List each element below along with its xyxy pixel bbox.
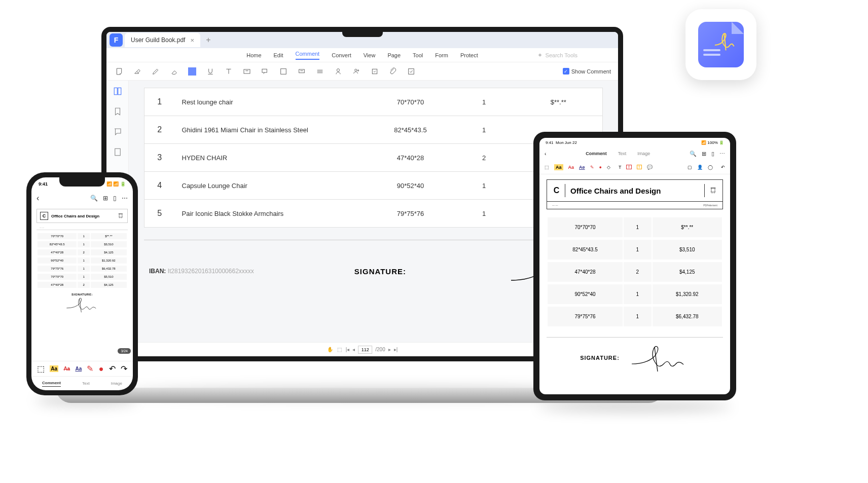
first-page-icon[interactable]: |◂	[346, 347, 350, 352]
thumbnails-panel[interactable]	[112, 86, 123, 97]
phone-document[interactable]: C Office Chairs and Design — — 70*70*701…	[31, 206, 133, 318]
new-tab-button[interactable]: +	[202, 34, 214, 46]
eraser-tool[interactable]: ◇	[607, 165, 610, 170]
next-page-icon[interactable]: ▸	[388, 347, 391, 352]
undo-icon[interactable]: ↶	[721, 165, 725, 170]
hand-tool-icon[interactable]: ✋	[327, 347, 333, 352]
tab-comment[interactable]: Comment	[586, 151, 607, 156]
signature-tool[interactable]	[333, 66, 344, 77]
tab-image[interactable]: Image	[637, 151, 650, 156]
menu-protect[interactable]: Protect	[460, 52, 478, 58]
checkbox-tool[interactable]	[406, 66, 417, 77]
tab-comment[interactable]: Comment	[42, 381, 61, 387]
svg-rect-11	[119, 213, 123, 214]
shape-tool[interactable]: ◯	[708, 165, 713, 170]
menu-home[interactable]: Home	[246, 52, 261, 58]
tablet-indicators: 📶 100% 🔋	[701, 140, 724, 145]
menu-form[interactable]: Form	[435, 52, 448, 58]
pen-tool[interactable]: ✎	[590, 165, 594, 170]
page-icon[interactable]: ▯	[711, 151, 714, 157]
menu-view[interactable]: View	[364, 52, 376, 58]
text-tool[interactable]	[223, 66, 234, 77]
pen-tool[interactable]: ✎	[87, 364, 93, 374]
more-icon[interactable]: ⋯	[719, 151, 725, 157]
phone-table: 70*70*701$**.**82*45*43.51$3,51047*40*28…	[37, 232, 128, 290]
strikeout-tool[interactable]: Aa	[568, 165, 574, 170]
link-tool[interactable]	[369, 66, 380, 77]
highlight-tool[interactable]: Aa	[554, 164, 563, 170]
tab-image[interactable]: Image	[111, 381, 122, 386]
textbox-tool[interactable]	[241, 66, 252, 77]
measure-tool[interactable]	[314, 66, 326, 77]
page-input[interactable]	[358, 346, 372, 354]
highlight-tool[interactable]	[132, 66, 143, 77]
select-tool[interactable]: ⬚	[37, 364, 45, 374]
menu-convert[interactable]: Convert	[332, 52, 351, 58]
signature-tool[interactable]: 👤	[697, 165, 703, 170]
tab-title: User Guild Book.pdf	[131, 36, 185, 44]
eraser-tool[interactable]	[168, 66, 179, 77]
doc-title: Office Chairs and Design	[570, 187, 699, 195]
dot-tool[interactable]: ●	[99, 364, 104, 374]
show-comment-toggle[interactable]: ✓ Show Comment	[563, 68, 611, 75]
text-tool[interactable]: T	[619, 165, 622, 170]
color-picker[interactable]	[187, 66, 198, 77]
svg-rect-12	[711, 188, 715, 188]
bookmarks-panel[interactable]	[112, 106, 123, 117]
comments-panel[interactable]	[112, 126, 123, 137]
back-icon[interactable]: ‹	[37, 194, 39, 203]
tablet-table: 70*70*701$**.**82*45*43.51$3,51047*40*28…	[547, 216, 723, 329]
tab-text[interactable]: Text	[618, 151, 627, 156]
table-row: 70*70*701$**.**	[38, 233, 127, 240]
grid-icon[interactable]: ⊞	[103, 195, 108, 202]
phone-time: 9:41	[39, 181, 48, 187]
close-icon[interactable]: ×	[190, 36, 194, 44]
strikeout-tool[interactable]: Aa	[63, 366, 70, 371]
search-icon[interactable]: 🔍	[690, 151, 697, 157]
shape-tool[interactable]	[278, 66, 289, 77]
menu-tool[interactable]: Tool	[413, 52, 423, 58]
underline-tool[interactable]: Ae	[579, 165, 585, 170]
iban-label: IBAN:	[149, 268, 166, 275]
tablet-document[interactable]: C Office Chairs and Design — —PDFelement…	[539, 174, 730, 378]
stamp-tool[interactable]	[296, 66, 307, 77]
iban-value: It28193262016310000662xxxxx	[168, 268, 254, 275]
menu-edit[interactable]: Edit	[274, 52, 283, 58]
svg-rect-8	[114, 88, 117, 95]
pages-panel[interactable]	[112, 146, 123, 158]
redo-icon[interactable]: ↷	[121, 364, 127, 374]
underline-tool[interactable]: Aa	[75, 366, 82, 371]
tab-text[interactable]: Text	[82, 381, 90, 386]
page-icon[interactable]: ▯	[113, 195, 117, 202]
svg-rect-1	[262, 69, 267, 72]
pencil-tool[interactable]	[150, 66, 161, 77]
textbox-tool[interactable]: T	[626, 165, 631, 169]
note-tool[interactable]: 💬	[647, 165, 653, 170]
underline-tool[interactable]	[205, 66, 216, 77]
stamp-tool[interactable]: ▢	[688, 165, 692, 170]
document-tab[interactable]: User Guild Book.pdf ×	[125, 33, 200, 47]
back-icon[interactable]: ‹	[545, 151, 546, 157]
more-icon[interactable]: ⋯	[122, 195, 128, 202]
prev-page-icon[interactable]: ◂	[352, 347, 355, 352]
signature-icon	[64, 296, 100, 313]
attachment-tool[interactable]	[387, 66, 399, 77]
grid-icon[interactable]: ⊞	[702, 151, 706, 157]
page-indicator: 3/24	[118, 348, 131, 354]
last-page-icon[interactable]: ▸|	[394, 347, 398, 352]
select-tool-icon[interactable]: ⬚	[337, 347, 342, 352]
highlight-tool[interactable]: Aa	[50, 365, 58, 372]
callout-tool[interactable]: T	[637, 165, 642, 169]
table-row: 82*45*43.51$3,510	[38, 241, 127, 248]
note-tool[interactable]	[114, 66, 125, 77]
menu-comment[interactable]: Comment	[296, 51, 320, 60]
stamp-user-tool[interactable]	[351, 66, 362, 77]
select-tool[interactable]: ⬚	[545, 165, 549, 170]
callout-tool[interactable]	[260, 66, 271, 77]
tablet-device: 9:41 Mon Jun 22 📶 100% 🔋 ‹ Comment Text …	[533, 132, 736, 400]
dot-tool[interactable]: ●	[599, 165, 602, 170]
search-icon[interactable]: 🔍	[90, 195, 98, 202]
search-tools[interactable]: ✦ Search Tools	[537, 52, 577, 59]
menu-page[interactable]: Page	[387, 52, 401, 58]
undo-icon[interactable]: ↶	[109, 364, 116, 374]
